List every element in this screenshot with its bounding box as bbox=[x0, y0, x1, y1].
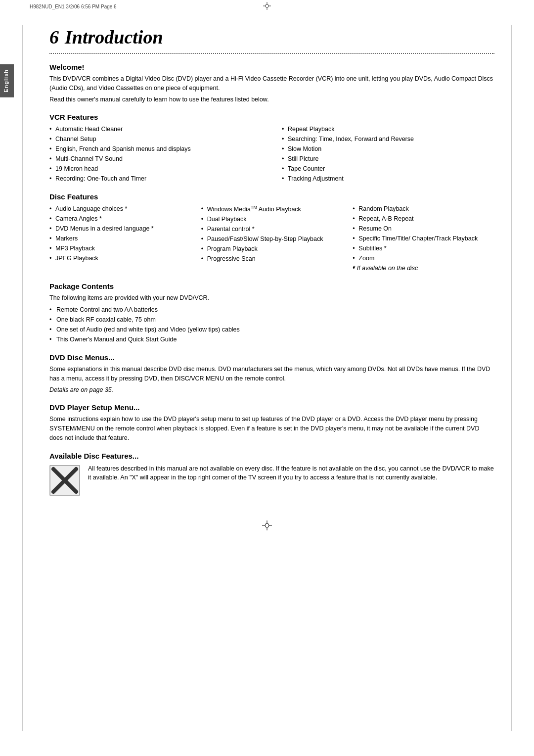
bottom-crosshair-icon bbox=[262, 520, 272, 530]
list-item: Remote Control and two AA batteries bbox=[49, 305, 494, 315]
package-list: Remote Control and two AA batteries One … bbox=[49, 305, 494, 344]
vcr-features-heading: VCR Features bbox=[49, 113, 494, 121]
vcr-col2-list: Repeat Playback Searching: Time, Index, … bbox=[282, 124, 494, 184]
disc-col3-list: Random Playback Repeat, A-B Repeat Resum… bbox=[353, 204, 494, 273]
dvd-player-setup-heading: DVD Player Setup Menu... bbox=[49, 403, 494, 412]
title-divider bbox=[49, 53, 494, 54]
welcome-heading: Welcome! bbox=[49, 63, 494, 71]
package-contents-heading: Package Contents bbox=[49, 282, 494, 290]
disc-features-list: Audio Language choices * Camera Angles *… bbox=[49, 204, 494, 273]
list-item: Zoom bbox=[353, 253, 494, 263]
list-item: Paused/Fast/Slow/ Step-by-Step Playback bbox=[201, 234, 343, 244]
dvd-disc-menus-section: DVD Disc Menus... Some explanations in t… bbox=[49, 353, 494, 394]
disc-col3: Random Playback Repeat, A-B Repeat Resum… bbox=[353, 204, 494, 273]
list-item: 19 Micron head bbox=[49, 164, 262, 174]
available-disc-text: All features described in this manual ar… bbox=[88, 464, 494, 483]
list-item: Resume On bbox=[353, 224, 494, 234]
bottom-crosshair-container bbox=[0, 516, 534, 542]
list-item: Searching: Time, Index, Forward and Reve… bbox=[282, 134, 494, 144]
available-disc-section: Available Disc Features... All features … bbox=[49, 452, 494, 496]
list-item: Program Playback bbox=[201, 244, 343, 254]
list-item: Repeat Playback bbox=[282, 124, 494, 134]
list-item: Channel Setup bbox=[49, 134, 262, 144]
list-item: Tracking Adjustment bbox=[282, 174, 494, 184]
list-item: Tape Counter bbox=[282, 164, 494, 174]
list-item: Parental control * bbox=[201, 224, 343, 234]
dvd-disc-menus-text: Some explanations in this manual describ… bbox=[49, 365, 494, 383]
welcome-text1: This DVD/VCR combines a Digital Video Di… bbox=[49, 74, 494, 93]
list-item: Recording: One-Touch and Timer bbox=[49, 174, 262, 184]
x-icon bbox=[49, 465, 80, 496]
list-item: Windows MediaTM Audio Playback bbox=[201, 204, 343, 214]
dvd-player-setup-text: Some instructions explain how to use the… bbox=[49, 415, 494, 442]
disc-col2-list: Windows MediaTM Audio Playback Dual Play… bbox=[201, 204, 343, 264]
welcome-text2: Read this owner's manual carefully to le… bbox=[49, 95, 494, 104]
list-item: Camera Angles * bbox=[49, 214, 191, 224]
list-item: Subtitles * bbox=[353, 243, 494, 253]
list-item: One black RF coaxial cable, 75 ohm bbox=[49, 315, 494, 325]
svg-point-14 bbox=[265, 523, 269, 527]
welcome-section: Welcome! This DVD/VCR combines a Digital… bbox=[49, 63, 494, 104]
disc-features-section: Disc Features Audio Language choices * C… bbox=[49, 192, 494, 273]
x-symbol-icon bbox=[49, 465, 80, 496]
list-item: One set of Audio (red and white tips) an… bbox=[49, 325, 494, 334]
list-item: MP3 Playback bbox=[49, 243, 191, 253]
available-disc-heading: Available Disc Features... bbox=[49, 452, 494, 460]
package-contents-section: Package Contents The following items are… bbox=[49, 282, 494, 344]
list-item: DVD Menus in a desired language * bbox=[49, 224, 191, 234]
list-item: Markers bbox=[49, 234, 191, 243]
package-intro: The following items are provided with yo… bbox=[49, 293, 494, 303]
list-item: JPEG Playback bbox=[49, 253, 191, 263]
vcr-features-section: VCR Features Automatic Head Cleaner Chan… bbox=[49, 113, 494, 184]
vcr-col1-list: Automatic Head Cleaner Channel Setup Eng… bbox=[49, 124, 262, 184]
vcr-col1: Automatic Head Cleaner Channel Setup Eng… bbox=[49, 124, 262, 184]
header-text: H982NUD_EN1 3/2/06 6:56 PM Page 6 bbox=[30, 4, 117, 9]
list-item: Specific Time/Title/ Chapter/Track Playb… bbox=[353, 234, 494, 243]
list-item: Automatic Head Cleaner bbox=[49, 124, 262, 134]
page-number: 6 bbox=[49, 26, 59, 48]
dvd-disc-menus-italic: Details are on page 35. bbox=[49, 385, 494, 395]
list-item: Slow Motion bbox=[282, 144, 494, 154]
page-title: Introduction bbox=[65, 26, 163, 48]
list-item: Dual Playback bbox=[201, 214, 343, 224]
list-item: This Owner's Manual and Quick Start Guid… bbox=[49, 334, 494, 344]
svg-point-2 bbox=[266, 4, 268, 7]
top-header: H982NUD_EN1 3/2/06 6:56 PM Page 6 bbox=[0, 0, 534, 11]
vcr-features-list: Automatic Head Cleaner Channel Setup Eng… bbox=[49, 124, 494, 184]
list-item: Random Playback bbox=[353, 204, 494, 214]
available-disc-content: All features described in this manual ar… bbox=[49, 464, 494, 496]
list-item: * If available on the disc bbox=[353, 263, 494, 273]
dvd-player-setup-section: DVD Player Setup Menu... Some instructio… bbox=[49, 403, 494, 442]
list-item: English, French and Spanish menus and di… bbox=[49, 144, 262, 154]
top-crosshair-icon bbox=[263, 2, 271, 10]
disc-features-heading: Disc Features bbox=[49, 192, 494, 201]
main-content: 6 Introduction Welcome! This DVD/VCR com… bbox=[0, 11, 534, 516]
list-item: Audio Language choices * bbox=[49, 204, 191, 214]
disc-col2: Windows MediaTM Audio Playback Dual Play… bbox=[201, 204, 343, 273]
vcr-col2: Repeat Playback Searching: Time, Index, … bbox=[282, 124, 494, 184]
disc-footnote: * If available on the disc bbox=[353, 265, 418, 272]
disc-col1: Audio Language choices * Camera Angles *… bbox=[49, 204, 191, 273]
list-item: Multi-Channel TV Sound bbox=[49, 154, 262, 164]
disc-col1-list: Audio Language choices * Camera Angles *… bbox=[49, 204, 191, 263]
list-item: Repeat, A-B Repeat bbox=[353, 214, 494, 224]
list-item: Progressive Scan bbox=[201, 254, 343, 264]
list-item: Still Picture bbox=[282, 154, 494, 164]
dvd-disc-menus-heading: DVD Disc Menus... bbox=[49, 353, 494, 362]
